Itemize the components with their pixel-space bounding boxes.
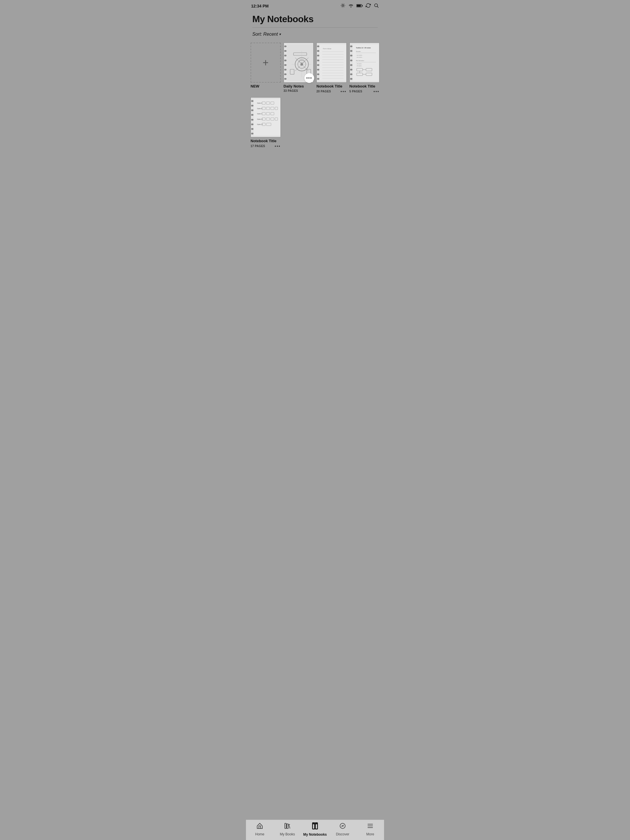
svg-text:...description...: ...description... [356, 63, 362, 65]
svg-point-86 [316, 823, 317, 824]
svg-point-0 [342, 5, 344, 6]
svg-rect-26 [320, 44, 346, 81]
bottom-nav: Home My Books My Notebooks [246, 819, 384, 840]
notebook-4-sketch: Option A Option B Option C Option 1F O [251, 98, 280, 137]
nav-my-books[interactable]: My Books [274, 823, 301, 836]
svg-rect-46 [356, 62, 376, 62]
notebooks-grid: + NEW [246, 41, 384, 153]
svg-line-13 [377, 6, 378, 8]
books-icon [284, 823, 291, 831]
notebook-3-sketch: Toolkits 1.8 - UX review Scenario: ...te… [350, 43, 380, 82]
svg-text:Option A: Option A [257, 103, 263, 104]
notebook-2-sketch: Form Ideas [317, 43, 346, 82]
notebooks-icon [311, 822, 319, 831]
discover-icon [339, 823, 346, 831]
notebook-2-more-button[interactable]: ••• [340, 89, 346, 94]
notebook-4-meta: Notebook Title 17 PAGES ••• [250, 139, 281, 148]
bottom-spacer [246, 153, 384, 176]
notebook-2-name: Notebook Title [317, 84, 346, 88]
svg-text:Scenario:: Scenario: [356, 51, 361, 52]
nav-discover[interactable]: Discover [329, 823, 356, 836]
spiral-left-3 [350, 43, 353, 82]
status-time: 12:34 PM [251, 4, 269, 8]
more-icon [367, 823, 374, 831]
notebook-3-name: Notebook Title [350, 84, 380, 88]
add-icon: + [263, 57, 269, 69]
nav-my-notebooks[interactable]: My Notebooks [301, 822, 329, 837]
daily-notes-more-button[interactable]: ••• [304, 73, 314, 83]
svg-text:Option C: Option C [257, 113, 263, 115]
svg-rect-56 [254, 99, 280, 136]
page-header: My Notebooks [246, 11, 384, 27]
new-notebook-item[interactable]: + NEW [250, 43, 281, 94]
notebook-2-item[interactable]: Form Ideas Notebook Title 20 PAGES ••• [317, 43, 346, 94]
svg-text:Option B: Option B [257, 108, 262, 109]
svg-point-85 [313, 823, 314, 824]
spiral-left-4 [251, 98, 254, 137]
notebook-3-pages: 5 PAGES [350, 90, 362, 93]
notebook-2-pages: 20 PAGES [317, 90, 331, 93]
svg-text:Toolkits 1.8 - UX review: Toolkits 1.8 - UX review [356, 47, 371, 49]
sort-bar: Sort: Recent ▾ [246, 28, 384, 41]
svg-text:Form Ideas: Form Ideas [323, 48, 331, 49]
daily-notes-meta: Daily Notes 33 PAGES [284, 84, 314, 92]
daily-notes-name: Daily Notes [284, 84, 314, 88]
sort-chevron-icon: ▾ [279, 32, 281, 36]
nav-more-label: More [366, 832, 374, 836]
svg-rect-78 [285, 823, 286, 829]
new-notebook-label: NEW [250, 84, 259, 88]
wifi-icon [348, 3, 354, 9]
notebook-4-cover[interactable]: Option A Option B Option C Option 1F O [250, 97, 281, 137]
notebook-2-meta: Notebook Title 20 PAGES ••• [317, 84, 346, 94]
battery-icon [356, 3, 363, 9]
nav-my-notebooks-label: My Notebooks [303, 832, 327, 837]
spiral-left-2 [317, 43, 320, 82]
svg-text:Plan Interaction:: Plan Interaction: [356, 60, 364, 61]
notebook-4-pages: 17 PAGES [250, 145, 265, 148]
notebook-2-cover[interactable]: Form Ideas [317, 43, 346, 83]
nav-more[interactable]: More [356, 823, 384, 836]
svg-point-12 [375, 4, 378, 7]
notebook-4-item[interactable]: Option A Option B Option C Option 1F O [250, 97, 281, 148]
svg-text:...text content...: ...text content... [356, 55, 363, 56]
notebook-3-item[interactable]: Toolkits 1.8 - UX review Scenario: ...te… [350, 43, 380, 94]
nav-home[interactable]: Home [246, 823, 274, 836]
notebook-4-more-button[interactable]: ••• [275, 144, 281, 148]
notebook-4-name: Notebook Title [250, 139, 281, 144]
home-icon [256, 823, 263, 831]
search-icon[interactable] [374, 3, 379, 9]
new-notebook-cover[interactable]: + [250, 43, 281, 83]
spiral-left [284, 43, 287, 82]
daily-notes-pages: 33 PAGES [284, 89, 298, 92]
svg-text:...text content...: ...text content... [356, 57, 363, 58]
status-bar: 12:34 PM [246, 0, 384, 11]
notebook-3-cover[interactable]: Toolkits 1.8 - UX review Scenario: ...te… [350, 43, 380, 83]
notebook-3-more-button[interactable]: ••• [373, 89, 380, 94]
nav-home-label: Home [255, 832, 265, 836]
brightness-icon[interactable] [340, 3, 345, 9]
nav-discover-label: Discover [336, 832, 350, 836]
daily-notes-item[interactable]: Daily Notes 33 PAGES ••• [284, 43, 314, 94]
sort-label[interactable]: Sort: Recent ▾ [252, 32, 378, 37]
svg-text:...description...: ...description... [356, 65, 362, 66]
page-title: My Notebooks [252, 14, 378, 24]
svg-rect-79 [287, 824, 288, 829]
svg-rect-10 [357, 5, 361, 6]
sync-icon[interactable] [365, 3, 371, 9]
svg-rect-11 [362, 5, 362, 6]
notebook-3-meta: Notebook Title 5 PAGES ••• [350, 84, 380, 94]
status-icons [340, 3, 379, 9]
nav-my-books-label: My Books [280, 832, 295, 836]
